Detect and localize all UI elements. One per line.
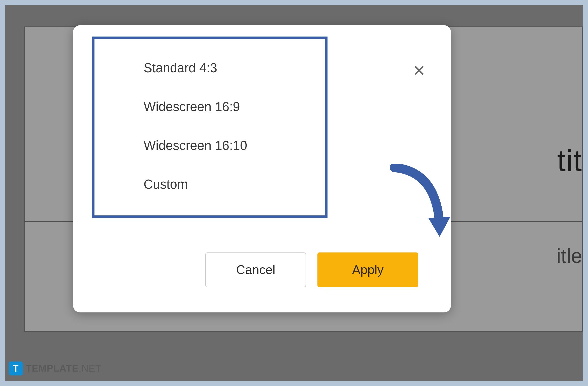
arrow-annotation-icon (385, 164, 451, 247)
cancel-button[interactable]: Cancel (205, 252, 306, 287)
aspect-ratio-options-highlight: Standard 4:3 Widescreen 16:9 Widescreen … (92, 37, 328, 218)
option-custom[interactable]: Custom (144, 177, 325, 192)
slide-title-placeholder: tit (557, 143, 582, 178)
close-icon[interactable]: ✕ (413, 63, 426, 79)
option-widescreen-16-10[interactable]: Widescreen 16:10 (144, 138, 325, 153)
watermark-text: TEMPLATE.NET (26, 363, 102, 374)
apply-button[interactable]: Apply (317, 252, 418, 287)
page-setup-dialog: ✕ Standard 4:3 Widescreen 16:9 Widescree… (73, 25, 451, 312)
watermark: T TEMPLATE.NET (9, 362, 102, 375)
option-standard-4-3[interactable]: Standard 4:3 (144, 60, 325, 75)
dimmed-overlay: tit itle ✕ Standard 4:3 Widescreen 16:9 … (5, 5, 583, 381)
template-logo-icon: T (9, 362, 23, 375)
option-widescreen-16-9[interactable]: Widescreen 16:9 (144, 99, 325, 114)
dialog-button-row: Cancel Apply (205, 252, 418, 287)
